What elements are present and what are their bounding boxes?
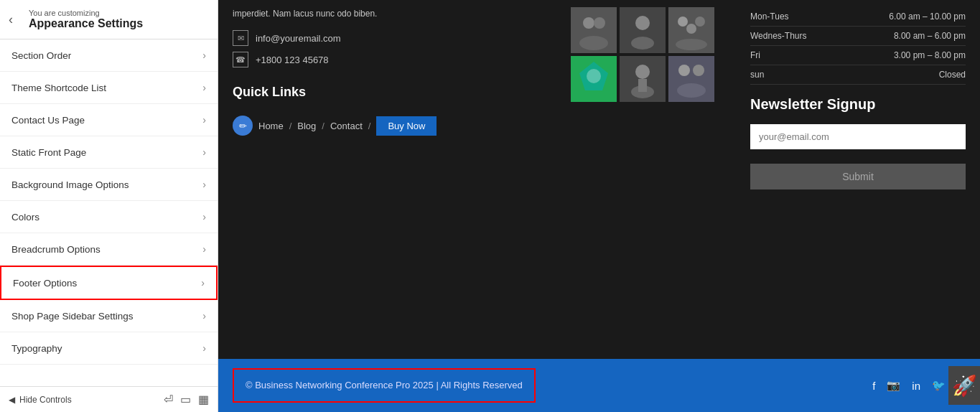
svg-point-10 [686,24,696,34]
newsletter-submit-button[interactable]: Submit [750,164,966,189]
customizing-label: You are customizing [29,9,206,17]
sidebar-item-typography[interactable]: Typography› [0,332,218,365]
mobile-icon[interactable]: ▦ [198,393,209,406]
sidebar-item-label: Typography [11,343,62,354]
hours-time: 6.00 am – 10.00 pm [841,7,966,27]
chevron-right-icon: › [202,243,206,255]
photo-4 [571,56,617,102]
sidebar-item-colors[interactable]: Colors› [0,201,218,233]
main-preview: imperdiet. Nam lacus nunc odo biben. ✉ i… [218,0,980,412]
chevron-right-icon: › [201,277,205,289]
svg-point-16 [635,65,650,79]
nav-blog[interactable]: Blog [297,121,316,131]
nav-contact[interactable]: Contact [330,121,363,131]
svg-point-2 [594,17,605,29]
phone-row: ☎ +1800 123 45678 [233,52,549,67]
twitter-icon[interactable]: 🐦 [932,379,946,392]
svg-point-21 [693,65,704,76]
photo-6 [668,56,714,102]
nav-home[interactable]: Home [258,121,284,131]
tablet-icon[interactable]: ▭ [180,393,191,406]
sidebar-item-label: Colors [11,212,39,223]
sidebar-item-breadcrumb-options[interactable]: Breadcrumb Options› [0,233,218,266]
footer-content: imperdiet. Nam lacus nunc odo biben. ✉ i… [218,0,980,359]
quick-links-nav: ✏ Home / Blog / Contact / Buy Now [233,116,549,136]
sidebar-item-label: Theme Shortcode List [11,83,106,93]
hours-day: Wednes-Thurs [750,27,841,46]
sidebar-item-label: Background Image Options [11,179,129,190]
chevron-right-icon: › [202,82,206,93]
desktop-icon[interactable]: ⏎ [164,393,173,406]
preview-area: imperdiet. Nam lacus nunc odo biben. ✉ i… [218,0,980,359]
sidebar-menu: Section Order›Theme Shortcode List›Conta… [0,39,218,386]
sidebar-item-theme-shortcode-list[interactable]: Theme Shortcode List› [0,72,218,104]
chevron-right-icon: › [202,310,206,322]
buy-now-button[interactable]: Buy Now [376,116,437,136]
copyright-text: © Business Networking Conference Pro 202… [246,380,523,390]
sidebar-item-background-image-options[interactable]: Background Image Options› [0,169,218,201]
chevron-right-icon: › [202,342,206,354]
sidebar-item-static-front-page[interactable]: Static Front Page› [0,136,218,169]
hours-table: Mon-Tues6.00 am – 10.00 pmWednes-Thurs8.… [750,7,966,85]
svg-point-22 [677,83,706,98]
sidebar-item-shop-page-sidebar-settings[interactable]: Shop Page Sidebar Settings› [0,300,218,332]
hide-controls-button[interactable]: ◀ Hide Controls [9,395,72,405]
photo-1 [571,7,617,53]
sidebar-item-section-order[interactable]: Section Order› [0,39,218,72]
left-arrow-icon: ◀ [9,395,15,405]
photo-grid [571,7,729,102]
hide-controls-label: Hide Controls [19,395,72,405]
sidebar-item-label: Shop Page Sidebar Settings [11,311,134,322]
chevron-right-icon: › [202,179,206,190]
back-arrow-icon[interactable]: ‹ [9,12,13,27]
sep3: / [368,121,371,131]
sidebar-item-contact-us-page[interactable]: Contact Us Page› [0,104,218,136]
sidebar-item-label: Static Front Page [11,147,86,158]
sidebar-footer: ◀ Hide Controls ⏎ ▭ ▦ [0,386,218,412]
hours-day: Mon-Tues [750,7,841,27]
email-value: info@youremail.com [256,33,341,44]
instagram-icon[interactable]: 📷 [887,379,900,392]
svg-point-11 [676,39,707,50]
sidebar: ‹ You are customizing Appearance Setting… [0,0,218,412]
device-icons: ⏎ ▭ ▦ [164,393,209,406]
svg-point-9 [695,17,705,27]
settings-title: Appearance Settings [29,17,206,30]
hours-row: Mon-Tues6.00 am – 10.00 pm [750,7,966,27]
phone-icon: ☎ [233,52,248,67]
sidebar-header: ‹ You are customizing Appearance Setting… [0,0,218,39]
photo-3 [668,7,714,53]
chevron-right-icon: › [202,50,206,61]
copyright-box: © Business Networking Conference Pro 202… [233,368,536,403]
email-icon: ✉ [233,30,248,46]
email-row: ✉ info@youremail.com [233,30,549,46]
pencil-icon[interactable]: ✏ [233,116,253,136]
col-right: Mon-Tues6.00 am – 10.00 pmWednes-Thurs8.… [750,7,966,352]
facebook-icon[interactable]: f [872,380,875,392]
sidebar-item-label: Breadcrumb Options [11,244,101,255]
svg-point-3 [579,36,608,50]
svg-point-5 [635,16,650,30]
sidebar-item-label: Section Order [11,50,71,61]
svg-point-8 [678,17,688,27]
chevron-right-icon: › [202,146,206,158]
rocket-icon[interactable]: 🚀 [948,366,980,405]
col-middle [571,7,729,352]
hours-day: sun [750,65,841,85]
linkedin-icon[interactable]: in [912,380,920,392]
contact-text: imperdiet. Nam lacus nunc odo biben. [233,7,549,20]
quick-links-title: Quick Links [233,85,549,100]
hours-time: 8.00 am – 6.00 pm [841,27,966,46]
col-left: imperdiet. Nam lacus nunc odo biben. ✉ i… [233,7,549,352]
blue-footer-bar: © Business Networking Conference Pro 202… [218,359,980,412]
newsletter-email-input[interactable] [750,124,966,149]
photo-5 [620,56,666,102]
sidebar-item-footer-options[interactable]: Footer Options› [0,266,218,300]
hours-time: 3.00 pm – 8.00 pm [841,46,966,65]
chevron-right-icon: › [202,114,206,126]
sep2: / [322,121,325,131]
hours-row: Wednes-Thurs8.00 am – 6.00 pm [750,27,966,46]
sidebar-item-label: Footer Options [13,278,77,289]
hours-day: Fri [750,46,841,65]
sep1: / [289,121,292,131]
